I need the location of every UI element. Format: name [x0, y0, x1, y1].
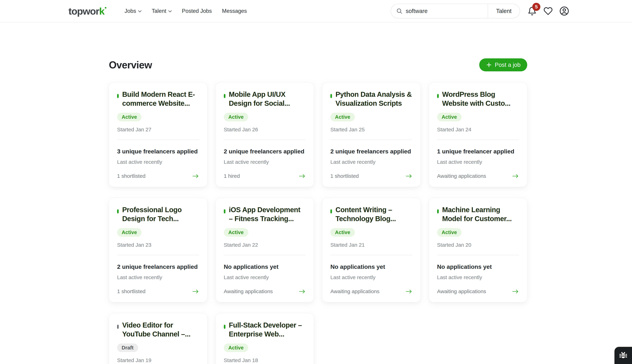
profile-icon [559, 6, 569, 16]
job-title[interactable]: Build Modern React E-commerce Website... [122, 90, 199, 108]
card-divider [224, 140, 306, 140]
nav-label: Jobs [125, 8, 136, 14]
card-divider [117, 255, 199, 255]
start-date: Started Jan 23 [117, 242, 199, 248]
arrow-right-icon[interactable] [299, 289, 306, 294]
arrow-right-icon[interactable] [299, 174, 306, 178]
status-badge: Active [224, 228, 248, 237]
arrow-right-icon[interactable] [405, 174, 412, 178]
last-active-label: Last active recently [330, 274, 412, 280]
applicants-count: 3 unique freelancers applied [117, 148, 199, 155]
applicants-count: No applications yet [224, 263, 306, 270]
job-title[interactable]: Mobile App UI/UX Design for Social... [229, 90, 306, 108]
logo-text: topwor [69, 6, 99, 17]
job-card[interactable]: Python Data Analysis & Visualization Scr… [322, 82, 421, 187]
arrow-right-icon[interactable] [512, 174, 519, 178]
nav-item-messages[interactable]: Messages [222, 8, 247, 14]
nav-item-talent[interactable]: Talent [152, 8, 172, 14]
bug-icon [619, 351, 627, 360]
applicants-count: No applications yet [437, 263, 519, 270]
post-a-job-label: Post a job [495, 62, 521, 68]
job-card[interactable]: WordPress Blog Website with Custo... Act… [429, 82, 527, 187]
pipeline-status-label: Awaiting applications [330, 288, 379, 294]
status-accent-dot [330, 209, 332, 214]
favorites-button[interactable] [544, 6, 553, 16]
job-card[interactable]: Machine Learning Model for Customer... A… [429, 198, 527, 302]
last-active-label: Last active recently [117, 159, 199, 165]
start-date: Started Jan 24 [437, 126, 519, 132]
top-nav: topwork Jobs Talent Posted Jobs Messages… [0, 0, 632, 22]
status-badge: Draft [117, 344, 138, 352]
last-active-label: Last active recently [437, 159, 519, 165]
card-divider [437, 255, 519, 255]
status-badge: Active [117, 113, 141, 121]
nav-label: Posted Jobs [182, 8, 212, 14]
logo-accent-letter: k [99, 6, 104, 17]
arrow-right-icon[interactable] [512, 289, 519, 294]
debug-fab-button[interactable] [614, 347, 632, 364]
status-accent-dot [437, 209, 439, 214]
chevron-down-icon [138, 10, 141, 12]
card-divider [330, 255, 412, 255]
notifications-button[interactable]: 5 [527, 6, 537, 16]
search-bar: Talent [391, 4, 520, 18]
job-card[interactable]: Build Modern React E-commerce Website...… [109, 82, 207, 187]
start-date: Started Jan 25 [330, 126, 412, 132]
status-badge: Active [117, 228, 141, 237]
nav-item-jobs[interactable]: Jobs [125, 8, 141, 14]
card-divider [330, 140, 412, 140]
last-active-label: Last active recently [330, 159, 412, 165]
job-card[interactable]: Professional Logo Design for Tech... Act… [109, 198, 207, 302]
nav-label: Messages [222, 8, 247, 14]
status-badge: Active [437, 228, 462, 237]
start-date: Started Jan 22 [224, 242, 306, 248]
job-title[interactable]: Machine Learning Model for Customer... [442, 205, 519, 223]
job-cards-grid: Build Modern React E-commerce Website...… [109, 82, 527, 364]
card-divider [437, 140, 519, 140]
notification-count-badge: 5 [532, 3, 540, 11]
search-input[interactable] [406, 8, 488, 14]
logo-dot [105, 7, 106, 8]
job-title[interactable]: Content Writing – Technology Blog... [335, 205, 412, 223]
status-badge: Active [437, 113, 462, 121]
post-a-job-button[interactable]: Post a job [479, 58, 527, 71]
arrow-right-icon[interactable] [405, 289, 412, 294]
job-card[interactable]: Mobile App UI/UX Design for Social... Ac… [216, 82, 314, 187]
nav-item-posted-jobs[interactable]: Posted Jobs [182, 8, 212, 14]
job-title[interactable]: iOS App Development – Fitness Tracking..… [229, 205, 306, 223]
job-card[interactable]: Full-Stack Developer – Enterprise Web...… [216, 313, 314, 364]
job-title[interactable]: Professional Logo Design for Tech... [122, 205, 199, 223]
last-active-label: Last active recently [224, 274, 306, 280]
status-badge: Active [330, 228, 355, 237]
card-divider [224, 255, 306, 255]
status-accent-dot [224, 94, 226, 98]
status-badge: Active [224, 113, 248, 121]
job-card[interactable]: iOS App Development – Fitness Tracking..… [216, 198, 314, 302]
plus-icon [486, 62, 492, 68]
start-date: Started Jan 26 [224, 126, 306, 132]
pipeline-status-label: 1 hired [224, 173, 240, 179]
arrow-right-icon[interactable] [192, 174, 199, 178]
job-title[interactable]: Python Data Analysis & Visualization Scr… [335, 90, 412, 108]
status-accent-dot [117, 209, 119, 214]
applicants-count: 2 unique freelancers applied [330, 148, 412, 155]
status-badge: Active [330, 113, 355, 121]
job-title[interactable]: Full-Stack Developer – Enterprise Web... [229, 321, 306, 338]
job-card[interactable]: Content Writing – Technology Blog... Act… [322, 198, 421, 302]
account-button[interactable] [559, 6, 569, 16]
applicants-count: 2 unique freelancers applied [224, 148, 306, 155]
arrow-right-icon[interactable] [192, 289, 199, 294]
status-accent-dot [437, 94, 439, 98]
card-divider [117, 140, 199, 140]
start-date: Started Jan 19 [117, 357, 199, 363]
job-card[interactable]: Video Editor for YouTube Channel –... Dr… [109, 313, 207, 364]
search-scope-selector[interactable]: Talent [488, 4, 520, 18]
pipeline-status-label: Awaiting applications [437, 173, 486, 179]
job-title[interactable]: Video Editor for YouTube Channel –... [122, 321, 199, 338]
applicants-count: No applications yet [330, 263, 412, 270]
job-title[interactable]: WordPress Blog Website with Custo... [442, 90, 519, 108]
status-accent-dot [224, 209, 226, 214]
topwork-logo[interactable]: topwork [69, 6, 106, 17]
status-accent-dot [224, 325, 226, 329]
heart-icon [544, 6, 553, 16]
